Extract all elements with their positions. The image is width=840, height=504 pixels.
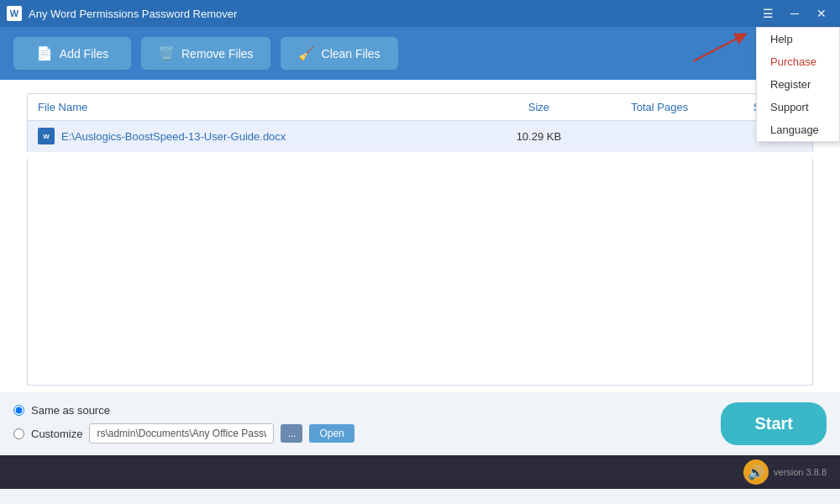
col-filename: File Name [28,94,484,121]
close-button[interactable]: ✕ [810,3,833,24]
app-icon: W [7,6,22,21]
path-row: ... Open [89,423,354,444]
remove-files-icon: 🗑️ [158,45,175,61]
add-files-button[interactable]: 📄 Add Files [13,37,131,70]
title-bar: W Any Word Permissions Password Remover … [0,0,840,27]
customize-row: Customize ... Open [13,423,354,444]
file-name-cell: W E:\Auslogics-BoostSpeed-13-User-Guide.… [28,121,484,152]
path-input[interactable] [89,423,274,444]
watermark-bar: 🔊 version 3.8.8 [0,455,840,489]
customize-label: Customize [31,428,82,440]
menu-item-help[interactable]: Help [757,28,839,50]
remove-files-button[interactable]: 🗑️ Remove Files [141,37,270,70]
menu-item-purchase[interactable]: Purchase [757,50,839,73]
menu-item-language[interactable]: Language [757,118,839,141]
file-pages [594,121,725,152]
watermark-circle-icon: 🔊 [743,459,769,485]
minimize-button[interactable]: ─ [783,3,806,24]
col-size: Size [484,94,595,121]
toolbar: 📄 Add Files 🗑️ Remove Files 🧹 Clean File… [0,27,840,80]
same-as-source-label: Same as source [31,404,110,417]
start-button[interactable]: Start [721,402,827,445]
app-title: Any Word Permissions Password Remover [29,8,237,20]
add-files-icon: 📄 [36,45,53,61]
docx-icon: W [38,128,55,144]
menu-item-support[interactable]: Support [757,96,839,118]
title-bar-controls: ☰ ─ ✕ [756,3,833,24]
empty-file-area [27,159,813,386]
browse-button[interactable]: ... [281,424,302,443]
file-table: File Name Size Total Pages Status W E:\A… [27,93,813,152]
clean-files-icon: 🧹 [298,45,315,61]
customize-radio[interactable] [13,428,24,439]
watermark-logo: 🔊 version 3.8.8 [743,459,827,485]
col-pages: Total Pages [594,94,725,121]
open-button[interactable]: Open [309,424,354,443]
menu-button[interactable]: ☰ [756,3,780,24]
clean-files-button[interactable]: 🧹 Clean Files [281,37,398,70]
watermark-text: version 3.8.8 [774,467,827,477]
same-as-source-row: Same as source [13,404,354,417]
title-bar-left: W Any Word Permissions Password Remover [7,6,237,21]
file-path: E:\Auslogics-BoostSpeed-13-User-Guide.do… [61,130,286,143]
menu-item-register[interactable]: Register [757,73,839,96]
table-row[interactable]: W E:\Auslogics-BoostSpeed-13-User-Guide.… [28,121,813,152]
bottom-controls: Same as source Customize ... Open Start [0,392,840,455]
menu-dropdown: Help Purchase Register Support Language [756,27,840,142]
table-wrapper: File Name Size Total Pages Status W E:\A… [0,80,840,392]
output-options: Same as source Customize ... Open [13,404,354,444]
file-size: 10.29 KB [484,121,595,152]
same-as-source-radio[interactable] [13,405,24,416]
